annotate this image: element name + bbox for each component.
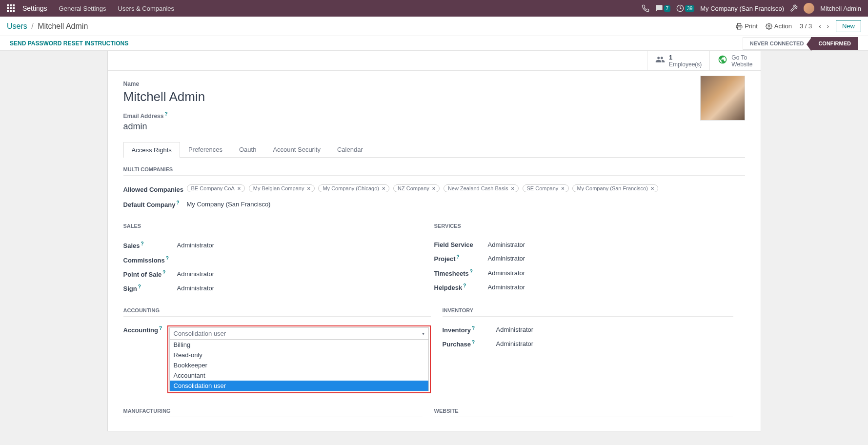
purchase-field[interactable]: Administrator bbox=[496, 340, 534, 347]
phone-icon[interactable] bbox=[642, 4, 649, 12]
company-tag[interactable]: SE Company× bbox=[523, 184, 569, 192]
user-menu[interactable]: Mitchell Admin bbox=[820, 5, 861, 12]
email-label: Email Address? bbox=[123, 111, 745, 120]
section-multi-companies: MULTI COMPANIES bbox=[123, 166, 745, 176]
inventory-field[interactable]: Administrator bbox=[496, 326, 534, 333]
default-company-label: Default Company? bbox=[123, 200, 187, 208]
messages-icon[interactable]: 7 bbox=[655, 4, 671, 12]
helpdesk-field[interactable]: Administrator bbox=[488, 283, 525, 291]
company-tag[interactable]: My Company (Chicago)× bbox=[318, 184, 389, 192]
company-tag[interactable]: New Zealand Cash Basis× bbox=[444, 184, 519, 192]
accounting-dropdown[interactable]: Consolidation user ▾ Billing Read-only B… bbox=[167, 325, 431, 393]
help-icon[interactable]: ? bbox=[472, 340, 475, 345]
close-icon[interactable]: × bbox=[382, 185, 385, 191]
status-bar: SEND PASSWORD RESET INSTRUCTIONS NEVER C… bbox=[0, 36, 868, 51]
activities-badge: 39 bbox=[685, 5, 694, 12]
help-icon[interactable]: ? bbox=[463, 283, 466, 288]
help-icon[interactable]: ? bbox=[141, 241, 143, 246]
close-icon[interactable]: × bbox=[307, 185, 310, 191]
users-icon bbox=[655, 55, 665, 67]
dropdown-option[interactable]: Bookkeeper bbox=[170, 360, 428, 370]
timesheets-field[interactable]: Administrator bbox=[488, 269, 525, 277]
globe-icon bbox=[718, 55, 727, 67]
status-confirmed[interactable]: CONFIRMED bbox=[811, 37, 858, 50]
new-button[interactable]: New bbox=[836, 20, 861, 32]
profile-image[interactable] bbox=[700, 76, 745, 121]
fieldservice-field[interactable]: Administrator bbox=[488, 241, 525, 248]
company-tag[interactable]: My Company (San Francisco)× bbox=[572, 184, 658, 192]
pager-prev[interactable]: ‹ bbox=[816, 20, 824, 32]
section-manufacturing: MANUFACTURING bbox=[123, 408, 423, 417]
company-tag[interactable]: NZ Company× bbox=[393, 184, 440, 192]
print-button[interactable]: Print bbox=[732, 20, 762, 32]
section-accounting: ACCOUNTING bbox=[123, 307, 431, 317]
close-icon[interactable]: × bbox=[561, 185, 564, 191]
accounting-selected[interactable]: Consolidation user ▾ bbox=[169, 327, 429, 340]
help-icon[interactable]: ? bbox=[472, 325, 475, 331]
nav-users-companies[interactable]: Users & Companies bbox=[112, 5, 180, 12]
breadcrumb-current: Mitchell Admin bbox=[38, 22, 88, 30]
top-navbar: Settings General Settings Users & Compan… bbox=[0, 0, 868, 17]
debug-icon[interactable] bbox=[790, 4, 798, 12]
allowed-companies-field[interactable]: BE Company CoA× My Belgian Company× My C… bbox=[187, 184, 661, 194]
pager-next[interactable]: › bbox=[824, 20, 832, 32]
accounting-options: Billing Read-only Bookkeeper Accountant … bbox=[169, 340, 429, 391]
tab-access-rights[interactable]: Access Rights bbox=[123, 142, 180, 158]
help-icon[interactable]: ? bbox=[138, 284, 141, 289]
breadcrumb: Users / Mitchell Admin bbox=[7, 22, 88, 31]
form-sheet: 1 Employee(s) Go To Website Name Mitchel… bbox=[107, 51, 761, 431]
help-icon[interactable]: ? bbox=[457, 254, 460, 260]
avatar[interactable] bbox=[804, 3, 814, 14]
apps-icon[interactable] bbox=[7, 4, 15, 12]
close-icon[interactable]: × bbox=[238, 185, 241, 191]
section-inventory: INVENTORY bbox=[443, 307, 733, 317]
send-password-reset-button[interactable]: SEND PASSWORD RESET INSTRUCTIONS bbox=[10, 40, 128, 47]
help-icon[interactable]: ? bbox=[164, 111, 167, 117]
chevron-down-icon: ▾ bbox=[422, 331, 424, 336]
close-icon[interactable]: × bbox=[651, 185, 654, 191]
dropdown-option[interactable]: Accountant bbox=[170, 370, 428, 381]
action-bar: Users / Mitchell Admin Print Action 3 / … bbox=[0, 17, 868, 36]
section-website: WEBSITE bbox=[434, 408, 733, 417]
app-brand[interactable]: Settings bbox=[20, 4, 53, 12]
svg-point-1 bbox=[768, 25, 770, 27]
company-tag[interactable]: BE Company CoA× bbox=[187, 184, 245, 192]
activities-icon[interactable]: 39 bbox=[676, 4, 694, 12]
tab-account-security[interactable]: Account Security bbox=[264, 142, 329, 157]
pager: 3 / 3 bbox=[796, 22, 816, 30]
employees-stat-button[interactable]: 1 Employee(s) bbox=[647, 51, 709, 70]
default-company-field[interactable]: My Company (San Francisco) bbox=[187, 201, 271, 208]
action-button[interactable]: Action bbox=[762, 20, 796, 32]
company-switcher[interactable]: My Company (San Francisco) bbox=[700, 5, 784, 12]
dropdown-option[interactable]: Read-only bbox=[170, 350, 428, 360]
name-field[interactable]: Mitchell Admin bbox=[123, 89, 745, 104]
allowed-companies-label: Allowed Companies bbox=[123, 186, 187, 193]
breadcrumb-root[interactable]: Users bbox=[7, 22, 27, 30]
close-icon[interactable]: × bbox=[432, 185, 435, 191]
sales-field[interactable]: Administrator bbox=[177, 242, 215, 249]
nav-general-settings[interactable]: General Settings bbox=[53, 5, 112, 12]
messages-badge: 7 bbox=[664, 5, 671, 12]
status-never-connected[interactable]: NEVER CONNECTED bbox=[743, 37, 811, 50]
section-sales: SALES bbox=[123, 223, 423, 232]
help-icon[interactable]: ? bbox=[159, 325, 162, 331]
help-icon[interactable]: ? bbox=[166, 256, 169, 261]
section-services: SERVICES bbox=[434, 223, 733, 232]
goto-website-button[interactable]: Go To Website bbox=[709, 51, 760, 70]
dropdown-option[interactable]: Consolidation user bbox=[170, 381, 428, 391]
company-tag[interactable]: My Belgian Company× bbox=[249, 184, 315, 192]
close-icon[interactable]: × bbox=[511, 185, 514, 191]
help-icon[interactable]: ? bbox=[176, 200, 179, 205]
dropdown-option[interactable]: Billing bbox=[170, 340, 428, 350]
sign-field[interactable]: Administrator bbox=[177, 284, 215, 292]
tab-calendar[interactable]: Calendar bbox=[329, 142, 371, 157]
pos-field[interactable]: Administrator bbox=[177, 270, 215, 278]
tab-preferences[interactable]: Preferences bbox=[180, 142, 231, 157]
email-field[interactable]: admin bbox=[123, 121, 745, 132]
help-icon[interactable]: ? bbox=[470, 269, 473, 274]
help-icon[interactable]: ? bbox=[162, 270, 165, 275]
name-label: Name bbox=[123, 81, 745, 87]
tab-oauth[interactable]: Oauth bbox=[231, 142, 264, 157]
tabs: Access Rights Preferences Oauth Account … bbox=[123, 142, 745, 158]
project-field[interactable]: Administrator bbox=[488, 255, 525, 262]
